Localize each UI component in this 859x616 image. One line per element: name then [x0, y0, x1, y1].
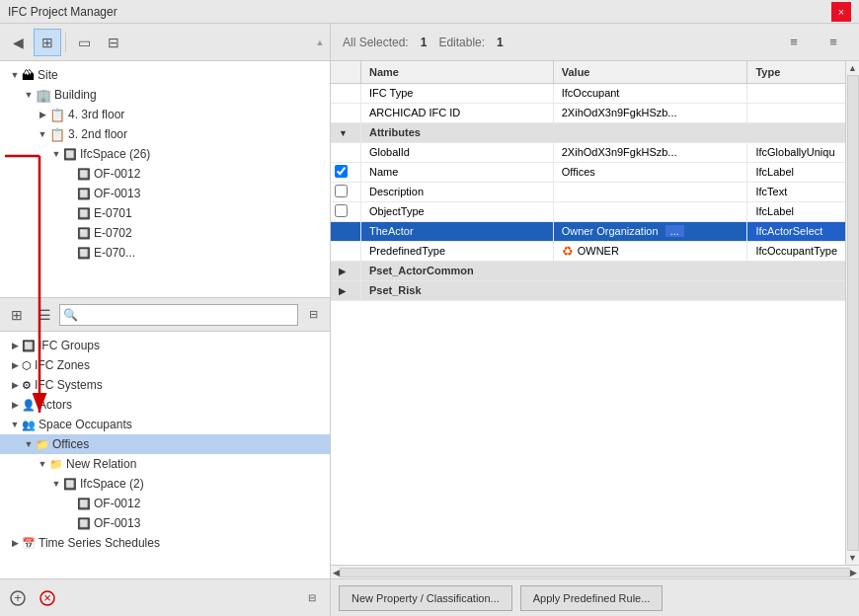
prop-value: Offices: [553, 162, 747, 182]
floor2-label: 3. 2nd floor: [68, 127, 127, 141]
check-cell: [331, 103, 361, 122]
tree-item-of0012b[interactable]: 🔲 OF-0012: [0, 494, 330, 513]
tree-bottom-area: ▶ 🔲 IFC Groups ▶ ⬡ IFC Zones ▶ ⚙ IFC Sys…: [0, 332, 330, 578]
close-button[interactable]: ×: [831, 2, 851, 22]
tree-item-site[interactable]: ▼ 🏔 Site: [0, 65, 330, 85]
tree-arrow-of0013b: [63, 516, 77, 530]
scroll-thumb[interactable]: [847, 75, 859, 551]
add-tab-button[interactable]: ⊞: [4, 302, 30, 328]
e0702-icon: 🔲: [77, 227, 91, 240]
prop-name: IFC Type: [361, 83, 554, 103]
ifcspace2-label: IfcSpace (2): [80, 477, 144, 491]
tree-item-ifcgroups[interactable]: ▶ 🔲 IFC Groups: [0, 336, 330, 355]
tree-item-timeseries[interactable]: ▶ 📅 Time Series Schedules: [0, 533, 330, 553]
new-property-button[interactable]: New Property / Classification...: [339, 585, 512, 611]
tree-item-e0703[interactable]: 🔲 E-070...: [0, 243, 330, 263]
objecttype-checkbox[interactable]: [335, 204, 348, 217]
frame-button[interactable]: ▭: [70, 29, 98, 56]
tree-arrow-of0012b: [63, 497, 77, 510]
tree-item-offices[interactable]: ▼ 📁 Offices: [0, 434, 330, 454]
site-icon: 🏔: [22, 68, 35, 83]
tree-arrow-ifczones: ▶: [8, 358, 22, 372]
scroll-down-button[interactable]: ▼: [848, 553, 857, 565]
horizontal-scrollbar[interactable]: ◀ ▶: [331, 565, 859, 578]
section-row-attributes[interactable]: ▼ Attributes: [331, 122, 845, 142]
right-scroll-area: Name Value Type IFC Type IfcOccupant: [331, 61, 859, 565]
prop-type: IfcLabel: [747, 162, 845, 182]
table-row-theactor[interactable]: TheActor Owner Organization ... IfcActor…: [331, 221, 845, 241]
tree-item-of0013b[interactable]: 🔲 OF-0013: [0, 513, 330, 533]
back-button[interactable]: ◀: [4, 29, 32, 56]
tree-item-of0012a[interactable]: 🔲 OF-0012: [0, 164, 330, 184]
right-settings1-button[interactable]: ≡: [780, 29, 808, 56]
horiz-scroll-track[interactable]: [340, 568, 850, 578]
name-checkbox[interactable]: [335, 165, 348, 178]
tree-item-building[interactable]: ▼ 🏢 Building: [0, 85, 330, 105]
prop-type: IfcGloballyUniqu: [747, 142, 845, 162]
section-arrow: ▼: [339, 128, 352, 138]
settings-tab-button[interactable]: ⊟: [300, 302, 326, 328]
section-row-risk[interactable]: ▶ Pset_Risk: [331, 280, 845, 300]
search-icon: 🔍: [63, 308, 78, 322]
filter-button[interactable]: ⊟: [100, 29, 127, 56]
right-top-bar: All Selected: 1 Editable: 1 ≡ ≡: [331, 24, 859, 61]
apply-filter-button[interactable]: ⊟: [298, 584, 326, 612]
tree-arrow-ifcgroups: ▶: [8, 339, 22, 352]
prop-name: Name: [361, 162, 554, 182]
tree-item-floor3[interactable]: ▶ 📋 4. 3rd floor: [0, 105, 330, 124]
building-icon: 🏢: [36, 88, 51, 103]
prop-name: ObjectType: [361, 201, 554, 221]
tree-arrow-newrelation: ▼: [36, 457, 49, 471]
ifcspace2-icon: 🔲: [63, 478, 77, 491]
e0701-icon: 🔲: [77, 207, 91, 220]
svg-text:×: ×: [43, 590, 51, 605]
apply-predefined-button[interactable]: Apply Predefined Rule...: [520, 585, 664, 611]
tree-item-ifcsystems[interactable]: ▶ ⚙ IFC Systems: [0, 375, 330, 395]
tree-arrow-ifcsystems: ▶: [8, 378, 22, 392]
tree-item-actors[interactable]: ▶ 👤 Actors: [0, 395, 330, 415]
tree-arrow-of0013a: [63, 187, 77, 200]
table-row: GlobalId 2XihOdX3n9FgkHSzb... IfcGloball…: [331, 142, 845, 162]
tree-arrow-floor2: ▼: [36, 127, 49, 141]
editable-value: 1: [497, 36, 504, 49]
tree-item-spaceoccupants[interactable]: ▼ 👥 Space Occupants: [0, 415, 330, 434]
ifcsystems-label: IFC Systems: [35, 378, 103, 392]
section-row-actorcommon[interactable]: ▶ Pset_ActorCommon: [331, 261, 845, 280]
app-title: IFC Project Manager: [8, 5, 117, 19]
tree-arrow-spaceoccupants: ▼: [8, 418, 22, 431]
tree-arrow-actors: ▶: [8, 398, 22, 412]
spaceoccupants-label: Space Occupants: [39, 418, 132, 431]
floor2-icon: 📋: [49, 127, 65, 142]
table-row: ObjectType IfcLabel: [331, 201, 845, 221]
actors-label: Actors: [39, 398, 72, 412]
check-cell: [331, 162, 361, 182]
right-settings2-button[interactable]: ≡: [820, 29, 847, 56]
tree-item-floor2[interactable]: ▼ 📋 3. 2nd floor: [0, 124, 330, 144]
tree-item-ifcspace[interactable]: ▼ 🔲 IfcSpace (26): [0, 144, 330, 164]
add-item-button[interactable]: +: [4, 584, 32, 612]
view-toggle-button[interactable]: ⊞: [34, 29, 61, 56]
tree-item-of0013a[interactable]: 🔲 OF-0013: [0, 184, 330, 203]
tree-item-e0701[interactable]: 🔲 E-0701: [0, 203, 330, 223]
right-scrollbar[interactable]: ▲ ▼: [845, 61, 859, 565]
tree-item-ifczones[interactable]: ▶ ⬡ IFC Zones: [0, 355, 330, 375]
ifczones-icon: ⬡: [22, 359, 32, 372]
check-cell: [331, 241, 361, 261]
scroll-up-button[interactable]: ▲: [848, 61, 857, 73]
section-arrow: ▶: [339, 267, 352, 276]
scroll-left-button[interactable]: ◀: [333, 568, 340, 578]
list-tab-button[interactable]: ☰: [32, 302, 57, 328]
description-checkbox[interactable]: [335, 185, 348, 197]
left-tab-bar: ⊞ ☰ 🔍 ⊟: [0, 298, 330, 332]
prop-type: [747, 103, 845, 122]
e0703-label: E-070...: [94, 246, 135, 260]
tree-item-newrelation[interactable]: ▼ 📁 New Relation: [0, 454, 330, 474]
scroll-right-button[interactable]: ▶: [850, 568, 857, 578]
delete-item-button[interactable]: ×: [34, 584, 61, 612]
search-input[interactable]: [59, 304, 298, 326]
actor-dots-button[interactable]: ...: [665, 225, 684, 237]
prop-value: [553, 201, 747, 221]
tree-item-ifcspace2[interactable]: ▼ 🔲 IfcSpace (2): [0, 474, 330, 494]
tree-item-e0702[interactable]: 🔲 E-0702: [0, 223, 330, 243]
of0013b-icon: 🔲: [77, 517, 91, 530]
